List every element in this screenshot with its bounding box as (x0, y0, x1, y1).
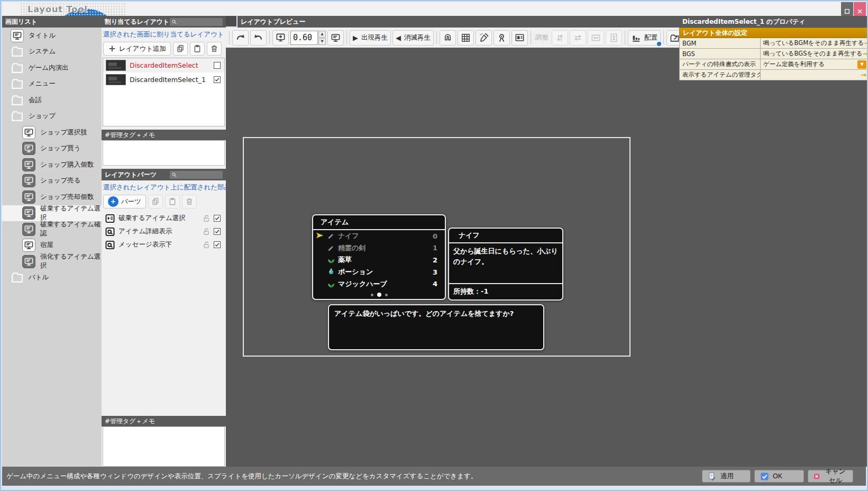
item-row-knife[interactable]: ナイフ 0 (313, 230, 445, 242)
add-layout-button[interactable]: レイアウト追加 (103, 42, 171, 56)
property-label: BGM (680, 38, 761, 48)
dropdown-button[interactable]: ▼ (857, 60, 866, 69)
item-name: 薬草 (338, 255, 425, 265)
property-value[interactable]: ゲーム定義を利用する ▼ (761, 59, 867, 69)
paste-part-button[interactable] (165, 195, 180, 208)
zoom-down-button[interactable]: ▼ (318, 38, 326, 45)
open-lock-icon[interactable] (202, 228, 211, 236)
sidebar-item-title[interactable]: タイトル (2, 28, 102, 44)
paste-layout-button[interactable] (190, 42, 205, 56)
delete-layout-button[interactable] (207, 42, 222, 56)
layout-parts-header: レイアウトパーツ (102, 169, 226, 180)
stretch-vertical-button[interactable] (606, 30, 622, 46)
zoom-up-button[interactable]: ▲ (318, 31, 326, 38)
redo-button[interactable] (232, 30, 249, 46)
part-row-discard-select[interactable]: 破棄するアイテム選択 (102, 212, 226, 225)
layout-checkbox-unchecked[interactable] (214, 62, 221, 69)
preview-canvas[interactable]: アイテム ナイフ 0 精霊の剣 1 薬草 2 (226, 48, 679, 467)
delete-part-button[interactable] (182, 195, 197, 208)
sidebar-item-label: ショップ売る (40, 176, 80, 185)
layout-parts-list: 破棄するアイテム選択 アイテム詳細表示 メッセージ表示下 (102, 212, 226, 251)
zoom-value-input[interactable] (290, 31, 318, 45)
add-part-button[interactable]: パーツ (103, 195, 146, 208)
sidebar-item-inn[interactable]: 宿屋 (2, 238, 102, 254)
adjust-label: 調整 (534, 33, 550, 42)
parts-search-input[interactable] (177, 171, 223, 178)
undo-button[interactable] (250, 30, 267, 46)
frame-view-button[interactable] (511, 30, 528, 46)
sidebar-item-discard-confirm[interactable]: 破棄するアイテム確認 (2, 221, 102, 238)
part-list-icon (105, 213, 115, 224)
item-row-herb[interactable]: 薬草 2 (313, 254, 445, 266)
layout-search-box[interactable] (170, 18, 223, 26)
maximize-button[interactable] (841, 2, 853, 17)
layout-thumbnail (106, 74, 126, 85)
swap-horizontal-button[interactable] (570, 30, 586, 46)
open-lock-icon[interactable] (202, 241, 211, 249)
stretch-horizontal-button[interactable] (588, 30, 604, 46)
layout-row-discarded-item-select-1[interactable]: DiscardedItemSelect_1 (103, 72, 224, 87)
property-value[interactable]: 鳴っているBGSをそのまま再生する → (761, 49, 867, 59)
cancel-x-icon (814, 472, 820, 481)
memo-tag-input-2[interactable] (103, 426, 225, 467)
sidebar-item-enhance-select[interactable]: 強化するアイテム選択 (2, 253, 102, 270)
export-layout-button[interactable] (666, 30, 679, 46)
layout-checkbox-checked[interactable] (214, 76, 221, 83)
sidebar-item-discard-select[interactable]: 破棄するアイテム選択 (2, 205, 102, 222)
cancel-button[interactable]: キャンセル (808, 470, 853, 483)
part-checkbox-checked[interactable] (214, 228, 221, 235)
layout-row-discarded-item-select[interactable]: DiscardedItemSelect (103, 58, 224, 72)
sidebar-item-shop-buy-count[interactable]: ショップ購入個数 (2, 157, 102, 173)
sword-icon (327, 244, 335, 252)
part-row-message-bottom[interactable]: メッセージ表示下 (102, 238, 226, 251)
snapshot-button[interactable] (494, 30, 510, 46)
sidebar-item-shop-choice[interactable]: ショップ選択肢 (2, 124, 102, 141)
copy-icon (151, 197, 160, 206)
apply-button[interactable]: 適用 (702, 470, 751, 483)
fit-to-window-button[interactable] (272, 30, 289, 46)
close-button[interactable] (854, 2, 866, 17)
arrange-button[interactable]: 配置 (628, 30, 661, 46)
message-text: アイテム袋がいっぱいです。どのアイテムを捨てますか? (329, 305, 543, 322)
magnet-snap-button[interactable] (440, 30, 456, 46)
sidebar-item-menu[interactable]: メニュー (2, 76, 102, 93)
copy-layout-button[interactable] (173, 42, 188, 56)
sidebar-item-talk[interactable]: 会話 (2, 92, 102, 108)
message-window[interactable]: アイテム袋がいっぱいです。どのアイテムを捨てますか? (328, 304, 544, 350)
item-row-spirit-sword[interactable]: 精霊の剣 1 (313, 242, 445, 254)
vanish-play-button[interactable]: ◀消滅再生 (392, 30, 434, 46)
sidebar-item-shop-buy[interactable]: ショップ買う (2, 141, 102, 157)
item-row-magic-herb[interactable]: マジックハーブ 4 (313, 278, 445, 290)
part-checkbox-checked[interactable] (214, 215, 221, 222)
title-pattern: Layout Tool (20, 3, 126, 15)
property-row-item-tag: 表示するアイテムの管理タグ → (679, 70, 868, 80)
part-row-item-detail[interactable]: アイテム詳細表示 (102, 225, 226, 238)
layout-search-input[interactable] (177, 19, 223, 25)
navigate-arrow-icon[interactable]: → (863, 50, 867, 58)
property-value[interactable]: → (761, 70, 867, 80)
swap-vertical-button[interactable] (552, 30, 568, 46)
item-row-potion[interactable]: ポーション 3 (313, 266, 445, 278)
navigate-arrow-icon[interactable]: → (861, 71, 866, 79)
sidebar-item-battle[interactable]: バトル (2, 270, 102, 286)
memo-tag-input[interactable] (103, 140, 225, 166)
grid-toggle-button[interactable] (458, 30, 474, 46)
item-window[interactable]: アイテム ナイフ 0 精霊の剣 1 薬草 2 (312, 214, 446, 300)
appear-play-button[interactable]: ▶出現再生 (350, 30, 391, 46)
sidebar-item-shop-sell-count[interactable]: ショップ売却個数 (2, 189, 102, 205)
open-lock-icon[interactable] (202, 214, 211, 223)
airbrush-button[interactable] (476, 30, 492, 46)
property-value[interactable]: 鳴っているBGMをそのまま再生する → (761, 38, 867, 48)
item-detail-window[interactable]: ナイフ 父から誕生日にもらった、小ぶりのナイフ。 所持数：-1 (448, 228, 563, 301)
sidebar-item-ingame[interactable]: ゲーム内演出 (2, 60, 102, 76)
navigate-arrow-icon[interactable]: → (864, 39, 868, 47)
sidebar-item-shop-sell[interactable]: ショップ売る (2, 173, 102, 189)
copy-part-button[interactable] (148, 195, 163, 208)
screen-view-button[interactable] (327, 30, 344, 46)
part-checkbox-checked[interactable] (214, 241, 221, 248)
sidebar-item-system[interactable]: システム (2, 44, 102, 60)
ok-button[interactable]: OK (754, 470, 804, 483)
item-qty: 4 (428, 280, 437, 288)
sidebar-item-shop[interactable]: ショップ (2, 108, 102, 125)
parts-search-box[interactable] (170, 171, 223, 179)
